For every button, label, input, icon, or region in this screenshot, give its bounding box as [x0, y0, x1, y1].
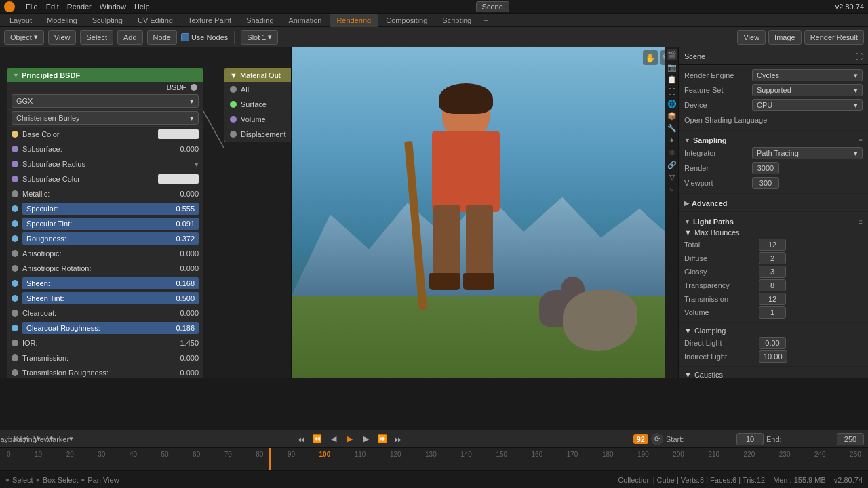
- socket-transmission[interactable]: Transmission: 0.000: [7, 350, 203, 365]
- socket-clearcoat-roughness[interactable]: Clearcoat Roughness: 0.186: [7, 321, 203, 336]
- world-props-icon[interactable]: 🌐: [667, 98, 677, 109]
- image-dropdown[interactable]: Image: [768, 30, 802, 45]
- specular-bar[interactable]: Specular: 0.555: [22, 203, 199, 215]
- menu-render[interactable]: Render: [67, 3, 92, 11]
- subsurface-method-dropdown[interactable]: Christensen-Burley ▾: [12, 111, 199, 125]
- device-dropdown[interactable]: CPU ▾: [752, 99, 863, 111]
- base-color-preview[interactable]: [158, 129, 199, 139]
- viewport-view-dropdown[interactable]: View: [737, 30, 766, 45]
- socket-subsurface-color[interactable]: Subsurface Color: [7, 171, 203, 186]
- socket-sheen-tint[interactable]: Sheen Tint: 0.500: [7, 291, 203, 306]
- render-engine-dropdown[interactable]: Cycles ▾: [752, 69, 863, 81]
- specular-tint-bar[interactable]: Specular Tint: 0.091: [22, 218, 199, 230]
- pan-icon[interactable]: ✋: [643, 50, 658, 65]
- tab-uv-editing[interactable]: UV Editing: [131, 14, 180, 27]
- step-forward-btn[interactable]: ▶: [359, 432, 373, 446]
- advanced-header[interactable]: ▶ Advanced: [684, 197, 863, 209]
- socket-sheen[interactable]: Sheen: 0.168: [7, 276, 203, 291]
- socket-roughness[interactable]: Roughness: 0.372: [7, 231, 203, 246]
- add-dropdown[interactable]: Add: [117, 30, 143, 45]
- select-dropdown[interactable]: Select: [80, 30, 113, 45]
- slot-dropdown[interactable]: Slot 1 ▾: [241, 30, 278, 45]
- bounce-diffuse-field[interactable]: 2: [759, 252, 786, 264]
- socket-transmission-roughness[interactable]: Transmission Roughness: 0.000: [7, 365, 203, 378]
- data-props-icon[interactable]: ▽: [667, 171, 677, 182]
- socket-ior[interactable]: IOR: 1.450: [7, 336, 203, 350]
- sampling-header[interactable]: ▼ Sampling ≡: [684, 134, 863, 146]
- prev-keyframe-btn[interactable]: ⏪: [311, 432, 324, 446]
- tab-compositing[interactable]: Compositing: [379, 14, 434, 27]
- sheen-bar[interactable]: Sheen: 0.168: [22, 277, 199, 289]
- frame-sync-btn[interactable]: ⟳: [651, 433, 663, 445]
- object-props-icon[interactable]: 📦: [667, 110, 677, 121]
- particles-props-icon[interactable]: ✦: [667, 135, 677, 146]
- tab-rendering[interactable]: Rendering: [330, 14, 378, 27]
- integrator-dropdown[interactable]: Path Tracing ▾: [752, 147, 863, 159]
- tab-scripting[interactable]: Scripting: [435, 14, 478, 27]
- mode-dropdown[interactable]: Object ▾: [4, 30, 44, 45]
- current-frame[interactable]: 92: [633, 434, 648, 444]
- viewport-samples-field[interactable]: 300: [752, 177, 779, 189]
- socket-metallic[interactable]: Metallic: 0.000: [7, 186, 203, 201]
- distribution-dropdown[interactable]: GGX ▾: [12, 94, 199, 108]
- bounce-transmission-field[interactable]: 12: [759, 293, 786, 305]
- physics-props-icon[interactable]: ⚛: [667, 147, 677, 158]
- play-btn[interactable]: ▶: [343, 432, 357, 446]
- menu-edit[interactable]: Edit: [46, 3, 59, 11]
- direct-light-field[interactable]: 0.00: [759, 337, 786, 349]
- tab-texture-paint[interactable]: Texture Paint: [181, 14, 238, 27]
- subsurface-color-preview[interactable]: [158, 174, 199, 184]
- feature-set-dropdown[interactable]: Supported ▾: [752, 84, 863, 96]
- tab-sculpting[interactable]: Sculpting: [85, 14, 130, 27]
- constraints-props-icon[interactable]: 🔗: [667, 159, 677, 170]
- socket-anisotropic[interactable]: Anisotropic: 0.000: [7, 246, 203, 261]
- socket-anisotropic-rotation[interactable]: Anisotropic Rotation: 0.000: [7, 261, 203, 276]
- step-back-btn[interactable]: ◀: [327, 432, 340, 446]
- start-frame-field[interactable]: 10: [736, 433, 764, 445]
- timeline-marker-dropdown[interactable]: Marker ▾: [53, 432, 66, 446]
- node-dropdown[interactable]: Node: [147, 30, 177, 45]
- sheen-tint-bar[interactable]: Sheen Tint: 0.500: [22, 292, 199, 304]
- socket-specular-tint[interactable]: Specular Tint: 0.091: [7, 216, 203, 231]
- jump-start-btn[interactable]: ⏮: [294, 432, 308, 446]
- bounce-volume-field[interactable]: 1: [759, 306, 786, 319]
- tab-modeling[interactable]: Modeling: [40, 14, 84, 27]
- indirect-light-field[interactable]: 10.00: [759, 350, 787, 363]
- clearcoat-roughness-bar[interactable]: Clearcoat Roughness: 0.186: [22, 322, 199, 334]
- light-paths-header[interactable]: ▼ Light Paths ≡: [684, 215, 863, 227]
- render-props-icon[interactable]: 🎬: [667, 49, 677, 60]
- tab-shading[interactable]: Shading: [239, 14, 280, 27]
- clamping-header[interactable]: ▼ Clamping: [684, 325, 863, 336]
- tab-animation[interactable]: Animation: [282, 14, 329, 27]
- output-props-icon[interactable]: 📷: [667, 62, 677, 73]
- jump-end-btn[interactable]: ⏭: [392, 432, 406, 446]
- scene-props-icon[interactable]: ⛶: [667, 86, 677, 97]
- view-layer-props-icon[interactable]: 📋: [667, 74, 677, 85]
- socket-base-color[interactable]: Base Color: [7, 127, 203, 142]
- output-dot[interactable]: [191, 84, 197, 91]
- viewport[interactable]: ✋ 🔍: [292, 47, 678, 378]
- use-nodes-checkbox[interactable]: [181, 33, 189, 41]
- use-nodes-toggle[interactable]: Use Nodes: [181, 33, 228, 41]
- view-dropdown[interactable]: View: [48, 30, 77, 45]
- roughness-bar[interactable]: Roughness: 0.372: [22, 232, 199, 245]
- principled-node-title[interactable]: ▼ Principled BSDF: [7, 68, 203, 82]
- render-samples-field[interactable]: 3000: [752, 162, 779, 174]
- socket-subsurface-radius[interactable]: Subsurface Radius ▾: [7, 157, 203, 171]
- tab-layout[interactable]: Layout: [3, 14, 39, 27]
- timeline-ruler[interactable]: 010203040 5060708090 100 110120130140 15…: [0, 448, 868, 471]
- bounce-glossy-field[interactable]: 3: [759, 266, 786, 278]
- caustics-header[interactable]: ▼ Caustics: [684, 369, 863, 378]
- socket-subsurface[interactable]: Subsurface: 0.000: [7, 142, 203, 157]
- bounce-transparency-field[interactable]: 8: [759, 279, 786, 291]
- next-keyframe-btn[interactable]: ⏩: [376, 432, 389, 446]
- end-frame-field[interactable]: 250: [837, 433, 864, 445]
- scene-selector[interactable]: Scene: [476, 1, 509, 12]
- menu-file[interactable]: File: [26, 3, 38, 11]
- menu-help[interactable]: Help: [134, 3, 150, 11]
- menu-window[interactable]: Window: [100, 3, 126, 11]
- max-bounces-header[interactable]: ▼ Max Bounces: [684, 227, 863, 238]
- playhead[interactable]: [269, 448, 271, 471]
- modifier-props-icon[interactable]: 🔧: [667, 123, 677, 134]
- socket-clearcoat[interactable]: Clearcoat: 0.000: [7, 306, 203, 321]
